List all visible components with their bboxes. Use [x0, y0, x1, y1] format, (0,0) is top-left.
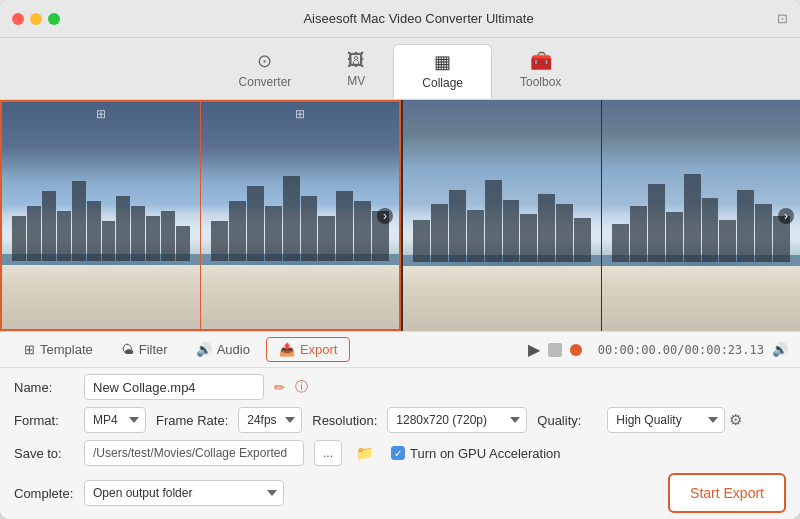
saveto-label: Save to: — [14, 446, 74, 461]
video-clip-2: ⊞ › — [201, 102, 399, 329]
ctrl-tab-audio[interactable]: 🔊 Audio — [184, 338, 262, 361]
clip2-arrow[interactable]: › — [377, 208, 393, 224]
gpu-label: Turn on GPU Acceleration — [410, 446, 561, 461]
template-icon: ⊞ — [24, 342, 35, 357]
volume-icon[interactable]: 🔊 — [772, 342, 788, 357]
name-row: Name: ✏ ⓘ — [14, 374, 786, 400]
close-button[interactable] — [12, 13, 24, 25]
export-icon: 📤 — [279, 342, 295, 357]
mv-icon: 🖼 — [347, 50, 365, 71]
start-export-button[interactable]: Start Export — [668, 473, 786, 513]
clip4-arrow[interactable]: › — [778, 208, 794, 224]
left-video-panel: ⊞ — [0, 100, 401, 331]
browse-button[interactable]: ... — [314, 440, 342, 466]
format-label: Format: — [14, 413, 74, 428]
ctrl-tab-audio-label: Audio — [217, 342, 250, 357]
main-tabs: ⊙ Converter 🖼 MV ▦ Collage 🧰 Toolbox — [0, 38, 800, 100]
clip1-grid-icon: ⊞ — [96, 107, 106, 121]
quality-label: Quality: — [537, 413, 597, 428]
play-button[interactable]: ▶ — [528, 340, 540, 359]
resolution-label: Resolution: — [312, 413, 377, 428]
complete-label: Complete: — [14, 486, 74, 501]
ctrl-tab-export[interactable]: 📤 Export — [266, 337, 351, 362]
video-clip-3 — [403, 100, 602, 331]
tab-collage[interactable]: ▦ Collage — [393, 44, 492, 99]
saveto-path[interactable] — [84, 440, 304, 466]
ctrl-tab-filter-label: Filter — [139, 342, 168, 357]
window-icon: ⊡ — [777, 11, 788, 26]
tab-mv-label: MV — [347, 74, 365, 88]
complete-dropdown[interactable]: Open output folder Do nothing — [84, 480, 284, 506]
right-video-panel: › — [403, 100, 800, 331]
resolution-dropdown[interactable]: 1280x720 (720p) 1920x1080 (1080p) — [387, 407, 527, 433]
format-row: Format: MP4 MOV AVI Frame Rate: 24fps 30… — [14, 407, 786, 433]
video-clip-4: › — [602, 100, 800, 331]
gpu-checkbox[interactable]: ✓ Turn on GPU Acceleration — [391, 446, 561, 461]
edit-icon[interactable]: ✏ — [274, 380, 285, 395]
audio-icon: 🔊 — [196, 342, 212, 357]
collage-icon: ▦ — [434, 51, 451, 73]
window-title: Aiseesoft Mac Video Converter Ultimate — [60, 11, 777, 26]
name-input[interactable] — [84, 374, 264, 400]
saveto-row: Save to: ... 📁 ✓ Turn on GPU Acceleratio… — [14, 440, 786, 466]
quality-dropdown[interactable]: High Quality Medium Quality Low Quality — [607, 407, 725, 433]
ctrl-tab-filter[interactable]: 🌤 Filter — [109, 338, 180, 361]
tab-toolbox-label: Toolbox — [520, 75, 561, 89]
traffic-lights — [12, 13, 60, 25]
tab-converter-label: Converter — [239, 75, 292, 89]
minimize-button[interactable] — [30, 13, 42, 25]
control-tab-row: ⊞ Template 🌤 Filter 🔊 Audio 📤 Export — [0, 332, 800, 368]
toolbox-icon: 🧰 — [530, 50, 552, 72]
clip2-grid-icon: ⊞ — [295, 107, 305, 121]
stop-button[interactable] — [548, 343, 562, 357]
quality-gear-icon[interactable]: ⚙ — [729, 411, 742, 429]
tab-collage-label: Collage — [422, 76, 463, 90]
bottom-controls: ⊞ Template 🌤 Filter 🔊 Audio 📤 Export — [0, 331, 800, 519]
main-content: ⊞ — [0, 100, 800, 519]
gpu-checkbox-box: ✓ — [391, 446, 405, 460]
video-area: ⊞ — [0, 100, 800, 331]
tab-toolbox[interactable]: 🧰 Toolbox — [492, 44, 589, 99]
video-clip-1: ⊞ — [2, 102, 201, 329]
filter-icon: 🌤 — [121, 342, 134, 357]
folder-icon: 📁 — [356, 445, 373, 461]
ctrl-tab-template[interactable]: ⊞ Template — [12, 338, 105, 361]
converter-icon: ⊙ — [257, 50, 272, 72]
time-display: 00:00:00.00/00:00:23.13 — [598, 343, 764, 357]
framerate-label: Frame Rate: — [156, 413, 228, 428]
ctrl-tab-template-label: Template — [40, 342, 93, 357]
complete-row: Complete: Open output folder Do nothing … — [14, 473, 786, 513]
titlebar: Aiseesoft Mac Video Converter Ultimate ⊡ — [0, 0, 800, 38]
ctrl-tab-export-label: Export — [300, 342, 338, 357]
export-settings: Name: ✏ ⓘ Format: MP4 MOV AVI Frame Rate… — [0, 368, 800, 519]
framerate-dropdown[interactable]: 24fps 30fps 60fps — [238, 407, 302, 433]
quality-container: High Quality Medium Quality Low Quality … — [607, 407, 742, 433]
format-dropdown[interactable]: MP4 MOV AVI — [84, 407, 146, 433]
info-icon[interactable]: ⓘ — [295, 378, 308, 396]
name-label: Name: — [14, 380, 74, 395]
tab-converter[interactable]: ⊙ Converter — [211, 44, 320, 99]
record-dot — [570, 344, 582, 356]
maximize-button[interactable] — [48, 13, 60, 25]
tab-mv[interactable]: 🖼 MV — [319, 44, 393, 99]
